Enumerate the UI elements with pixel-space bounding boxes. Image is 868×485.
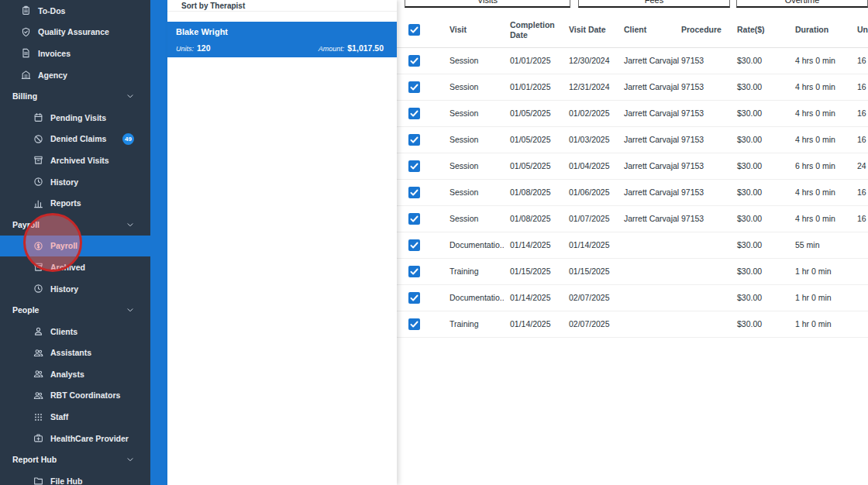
row-checkbox[interactable] [408, 318, 420, 330]
sidebar-item-agency[interactable]: Agency [0, 64, 150, 86]
people-icon [33, 348, 43, 358]
row-checkbox[interactable] [408, 81, 420, 93]
table-row: Session01/05/202501/03/2025Jarrett Carva… [397, 126, 868, 153]
sort-by-therapist-label[interactable]: Sort by Therapist [167, 0, 397, 12]
select-all-checkbox[interactable] [408, 24, 420, 36]
bar-chart-icon [33, 198, 43, 208]
column-header-rate: Rate($) [732, 13, 786, 47]
chevron-down-icon [126, 91, 135, 101]
cell-client [617, 258, 679, 284]
column-header-procedure: Procedure [679, 13, 732, 47]
sidebar-item-quality-assurance[interactable]: Quality Assurance [0, 22, 150, 43]
nav-item-label: Assistants [50, 348, 91, 357]
people-icon [33, 369, 43, 379]
cell-visit: Training [431, 258, 504, 284]
row-checkbox[interactable] [408, 266, 420, 277]
cell-units [849, 311, 868, 337]
nav-accent-strip [150, 0, 167, 485]
section-label: Billing [12, 91, 37, 101]
units-label: Units: [176, 45, 194, 53]
cell-visit: Session [431, 179, 504, 205]
sidebar-nav: To-DosQuality AssuranceInvoicesAgencyBil… [0, 0, 150, 485]
therapist-panel: Sort by Therapist Blake Wright Units:120… [167, 0, 397, 485]
cell-procedure: 97153 [679, 153, 732, 179]
cell-visit-date: 01/07/2025 [563, 205, 617, 232]
dollar-circle-icon [33, 241, 43, 251]
row-checkbox[interactable] [408, 160, 420, 172]
document-icon [21, 48, 31, 58]
cell-completion-date: 01/14/2025 [504, 232, 563, 258]
sidebar-item-history[interactable]: History [0, 171, 150, 193]
row-checkbox[interactable] [408, 239, 420, 251]
sidebar-section-payroll[interactable]: Payroll [0, 214, 150, 236]
row-select-cell [397, 284, 431, 311]
sidebar-item-pending-visits[interactable]: Pending Visits [0, 107, 150, 129]
therapist-card[interactable]: Blake Wright Units:120 Amount:$1,017.50 [167, 22, 397, 57]
cell-units [849, 232, 868, 258]
table-row: Training01/15/202501/15/2025$30.001 hr 0… [397, 258, 868, 284]
tab-overtime[interactable]: Overtime [736, 0, 868, 8]
person-icon [33, 326, 43, 336]
chevron-down-icon [126, 455, 135, 464]
sidebar-section-people[interactable]: People [0, 299, 150, 321]
sidebar-item-invoices[interactable]: Invoices [0, 43, 150, 64]
tab-fees[interactable]: Fees [578, 0, 730, 8]
row-checkbox[interactable] [408, 187, 420, 198]
section-label: Payroll [12, 220, 40, 229]
sidebar-item-staff[interactable]: Staff [0, 406, 150, 428]
cell-units: 16 [849, 100, 868, 126]
cell-completion-date: 01/01/2025 [504, 74, 563, 100]
table-group-tabs: Visits Fees Overtime [397, 0, 868, 8]
table-header-row: VisitCompletion DateVisit DateClientProc… [397, 13, 868, 47]
row-checkbox[interactable] [408, 213, 420, 225]
table-row: Session01/05/202501/02/2025Jarrett Carva… [397, 100, 868, 126]
cell-duration: 4 hrs 0 min [786, 74, 849, 100]
sidebar-item-history[interactable]: History [0, 278, 150, 300]
cell-completion-date: 01/14/2025 [504, 284, 563, 311]
nav-item-label: Pending Visits [50, 113, 106, 122]
section-label: People [12, 305, 39, 315]
sidebar-item-rbt-coordinators[interactable]: RBT Coordinators [0, 385, 150, 407]
sidebar-section-report-hub[interactable]: Report Hub [0, 449, 150, 470]
row-select-cell [397, 232, 431, 258]
cell-client: Jarrett Carvajal [617, 205, 679, 232]
sidebar-item-healthcare-provider[interactable]: HealthCare Provider [0, 428, 150, 449]
cell-rate: $30.00 [732, 47, 786, 74]
cell-duration: 4 hrs 0 min [786, 126, 849, 153]
row-checkbox[interactable] [408, 55, 420, 67]
column-header-client: Client [617, 13, 679, 47]
sidebar-item-clients[interactable]: Clients [0, 321, 150, 342]
cell-client: Jarrett Carvajal [617, 179, 679, 205]
row-checkbox[interactable] [408, 134, 420, 146]
row-select-cell [397, 100, 431, 126]
cell-procedure [679, 311, 732, 337]
row-checkbox[interactable] [408, 292, 420, 304]
sidebar-item-payroll[interactable]: Payroll [0, 236, 150, 257]
visits-table: VisitCompletion DateVisit DateClientProc… [397, 13, 868, 338]
sidebar-item-archived-visits[interactable]: Archived Visits [0, 150, 150, 171]
amount-label: Amount: [319, 45, 345, 53]
cell-completion-date: 01/05/2025 [504, 100, 563, 126]
sidebar-item-assistants[interactable]: Assistants [0, 342, 150, 364]
sidebar-item-archived[interactable]: Archived [0, 256, 150, 278]
sidebar-section-billing[interactable]: Billing [0, 85, 150, 107]
cell-rate: $30.00 [732, 232, 786, 258]
cell-visit: Session [431, 74, 504, 100]
cell-units: 16 [849, 205, 868, 232]
sidebar-item-to-dos[interactable]: To-Dos [0, 0, 150, 22]
nav-item-label: Payroll [50, 241, 78, 250]
table-row: Session01/08/202501/07/2025Jarrett Carva… [397, 205, 868, 232]
nav-item-label: Archived [50, 263, 85, 272]
row-select-cell [397, 311, 431, 337]
sidebar-item-file-hub[interactable]: File Hub [0, 470, 150, 485]
table-row: Session01/01/202512/31/2024Jarrett Carva… [397, 74, 868, 100]
sidebar-item-reports[interactable]: Reports [0, 192, 150, 214]
folder-icon [33, 476, 43, 485]
sidebar-item-analysts[interactable]: Analysts [0, 363, 150, 385]
row-checkbox[interactable] [408, 108, 420, 119]
tab-visits[interactable]: Visits [405, 0, 570, 8]
cell-visit-date: 01/14/2025 [563, 232, 617, 258]
sidebar-item-denied-claims[interactable]: Denied Claims49 [0, 129, 150, 150]
cell-procedure: 97153 [679, 126, 732, 153]
clock-icon [33, 177, 43, 187]
